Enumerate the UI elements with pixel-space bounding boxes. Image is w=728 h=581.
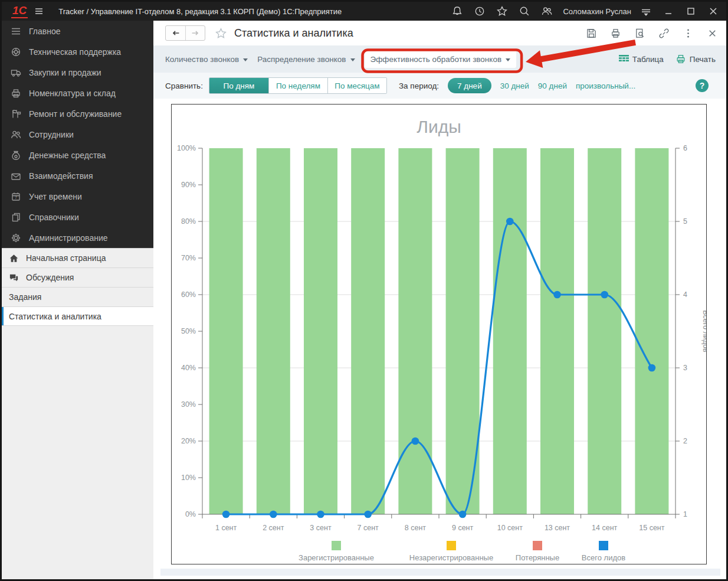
sidebar-item-discussions[interactable]: Обсуждения bbox=[2, 267, 153, 287]
x-tick-label: 2 сент bbox=[263, 524, 284, 532]
report-tabs: Количество звонков Распределение звонков… bbox=[153, 45, 726, 73]
sidebar-item-nomenclature-warehouse[interactable]: Номенклатура и склад bbox=[2, 83, 153, 103]
menu-lines-icon bbox=[11, 26, 21, 37]
app-window: 1С Tracker / Управление IT-отделом 8, ре… bbox=[0, 0, 728, 581]
forward-button[interactable] bbox=[185, 26, 205, 40]
more-menu-icon[interactable] bbox=[683, 28, 694, 39]
sidebar-item-label: Главное bbox=[29, 27, 61, 36]
horizontal-scrollbar[interactable] bbox=[160, 569, 720, 576]
x-tick-label: 15 сент bbox=[639, 524, 664, 532]
period-label: За период: bbox=[399, 81, 439, 90]
users-button[interactable] bbox=[541, 5, 553, 17]
sidebar-modules: Главное Техническая поддержка Закупки и … bbox=[2, 21, 153, 248]
bell-icon bbox=[451, 5, 463, 17]
sidebar-item-label: Статистика и аналитика bbox=[9, 312, 101, 321]
sidebar-item-label: Учет времени bbox=[29, 192, 82, 201]
close-window-button[interactable] bbox=[707, 5, 719, 17]
sidebar-item-money[interactable]: Денежные средства bbox=[2, 145, 153, 165]
period-30-days-link[interactable]: 30 дней bbox=[500, 81, 529, 90]
right-tick-label: 1 bbox=[683, 510, 687, 518]
bar bbox=[588, 148, 621, 514]
page-title: Статистика и аналитика bbox=[234, 27, 353, 40]
tab-label: Распределение звонков bbox=[257, 55, 346, 64]
sidebar-item-employees[interactable]: Сотрудники bbox=[2, 124, 153, 145]
sidebar-item-label: Техническая поддержка bbox=[29, 47, 121, 57]
people-icon bbox=[11, 129, 21, 140]
sidebar-item-tech-support[interactable]: Техническая поддержка bbox=[2, 41, 153, 62]
sidebar-item-administration[interactable]: Администрирование bbox=[2, 227, 153, 248]
search-button[interactable] bbox=[519, 5, 530, 17]
x-tick-label: 10 сент bbox=[497, 524, 523, 532]
link-icon[interactable] bbox=[658, 28, 670, 39]
left-tick-label: 10% bbox=[181, 474, 196, 482]
x-tick-label: 1 сент bbox=[215, 524, 237, 532]
history-clock-icon bbox=[474, 5, 486, 17]
sidebar-item-home-page[interactable]: Начальная страница bbox=[2, 248, 153, 267]
notifications-button[interactable] bbox=[451, 5, 463, 17]
maximize-button[interactable] bbox=[685, 5, 697, 17]
left-tick-label: 60% bbox=[181, 290, 196, 299]
arrow-right-icon bbox=[190, 28, 201, 38]
line-point bbox=[364, 511, 372, 518]
compare-label: Сравнить: bbox=[165, 81, 203, 90]
arrow-left-icon bbox=[170, 28, 181, 38]
user-menu-button[interactable] bbox=[640, 5, 652, 17]
sidebar-item-interactions[interactable]: Взаимодействия bbox=[2, 165, 153, 186]
main-content: Статистика и аналитика Количество звонко… bbox=[153, 21, 726, 579]
left-tick-label: 70% bbox=[181, 254, 196, 262]
right-tick-label: 5 bbox=[683, 217, 687, 226]
sidebar-item-statistics[interactable]: Статистика и аналитика bbox=[2, 306, 153, 326]
sidebar-item-label: Администрирование bbox=[29, 233, 108, 243]
minimize-button[interactable] bbox=[663, 5, 674, 17]
back-button[interactable] bbox=[166, 26, 185, 40]
compare-by-months-button[interactable]: По месяцам bbox=[327, 78, 386, 93]
preview-icon[interactable] bbox=[634, 28, 645, 39]
table-view-button[interactable]: Таблица bbox=[619, 55, 664, 64]
right-tick-label: 4 bbox=[683, 290, 687, 299]
line-point bbox=[412, 438, 419, 445]
truck-icon bbox=[11, 67, 21, 78]
line-point bbox=[459, 511, 467, 518]
sidebar-item-main[interactable]: Главное bbox=[2, 21, 153, 41]
bar bbox=[351, 148, 385, 514]
sidebar-item-repair-service[interactable]: Ремонт и обслуживание bbox=[2, 103, 153, 124]
sidebar-item-label: Обсуждения bbox=[26, 273, 74, 282]
x-tick-label: 9 сент bbox=[452, 524, 474, 532]
history-button[interactable] bbox=[474, 5, 486, 17]
help-button[interactable]: ? bbox=[696, 79, 709, 92]
nav-buttons bbox=[165, 25, 205, 41]
close-form-icon[interactable] bbox=[707, 28, 718, 39]
left-tick-label: 20% bbox=[181, 437, 196, 445]
sidebar-item-purchases-sales[interactable]: Закупки и продажи bbox=[2, 62, 153, 83]
period-90-days-link[interactable]: 90 дней bbox=[538, 81, 567, 90]
tab-label: Эффективность обработки звонков bbox=[370, 55, 502, 64]
sidebar-item-tasks[interactable]: Задания bbox=[2, 287, 153, 306]
band-actions: Таблица Печать bbox=[619, 54, 718, 64]
tab-call-efficiency[interactable]: Эффективность обработки звонков bbox=[365, 51, 517, 68]
save-icon[interactable] bbox=[586, 28, 597, 39]
compare-by-weeks-button[interactable]: По неделям bbox=[268, 78, 327, 93]
chart-print-button[interactable]: Печать bbox=[675, 54, 716, 64]
favorites-button[interactable] bbox=[496, 5, 508, 17]
x-tick-label: 3 сент bbox=[310, 524, 332, 532]
books-icon bbox=[11, 212, 21, 223]
tab-call-count[interactable]: Количество звонков bbox=[165, 55, 248, 64]
tab-call-distribution[interactable]: Распределение звонков bbox=[257, 55, 355, 64]
line-point bbox=[270, 511, 277, 518]
sidebar-item-directories[interactable]: Справочники bbox=[2, 207, 153, 227]
line-point bbox=[506, 218, 514, 226]
main-menu-button[interactable] bbox=[33, 5, 45, 17]
table-icon bbox=[619, 55, 629, 63]
current-user[interactable]: Соломахин Руслан bbox=[563, 7, 631, 16]
right-tick-label: 6 bbox=[683, 144, 687, 152]
favorite-star-icon[interactable] bbox=[215, 27, 227, 40]
period-custom-link[interactable]: произвольный... bbox=[576, 81, 635, 90]
period-7-days-button[interactable]: 7 дней bbox=[448, 78, 491, 93]
right-tick-label: 2 bbox=[683, 437, 687, 445]
sidebar-item-label: Взаимодействия bbox=[29, 171, 93, 181]
print-icon[interactable] bbox=[610, 28, 621, 39]
compare-by-days-button[interactable]: По дням bbox=[209, 78, 268, 93]
left-tick-label: 30% bbox=[181, 400, 196, 409]
legend-swatch bbox=[533, 541, 542, 550]
sidebar-item-time-tracking[interactable]: 7 Учет времени bbox=[2, 186, 153, 207]
